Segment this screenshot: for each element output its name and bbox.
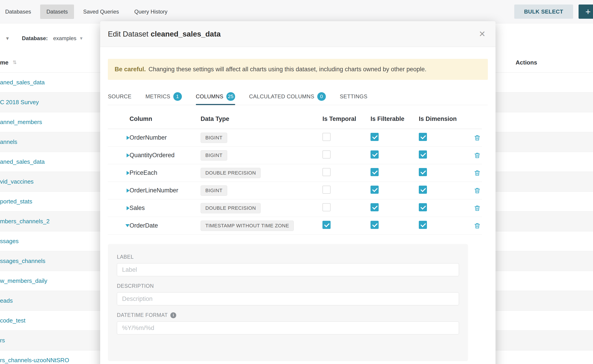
trash-icon [474, 169, 481, 177]
tab-label: COLUMNS [196, 93, 223, 100]
dataset-link[interactable]: w_members_daily [0, 277, 47, 284]
column-row: QuantityOrderedBIGINT [108, 147, 482, 164]
column-name: OrderDate [130, 222, 201, 229]
data-type-pill: BIGINT [201, 185, 227, 196]
delete-column-button[interactable] [473, 151, 481, 159]
trash-icon [474, 152, 481, 159]
dataset-link[interactable]: rs [0, 337, 5, 344]
chevron-down-icon[interactable]: ▾ [6, 35, 9, 41]
expand-caret-icon[interactable] [127, 136, 130, 140]
nav-tab-datasets[interactable]: Datasets [40, 5, 74, 19]
collapse-caret-icon[interactable] [125, 224, 130, 227]
tab-source[interactable]: SOURCE [108, 88, 131, 105]
header-column: Column [130, 116, 201, 123]
column-row: PriceEachDOUBLE PRECISION [108, 164, 482, 182]
is-temporal-checkbox[interactable] [323, 150, 330, 159]
dataset-link[interactable]: annel_members [0, 119, 42, 126]
column-name: OrderLineNumber [130, 187, 201, 194]
column-name: QuantityOrdered [130, 152, 201, 159]
tab-count-badge: 25 [226, 92, 235, 101]
is-filterable-checkbox[interactable] [370, 221, 379, 229]
is-dimension-checkbox[interactable] [419, 221, 427, 229]
expand-caret-icon[interactable] [127, 153, 130, 157]
label-field-label: LABEL [117, 254, 459, 260]
add-button[interactable]: + [579, 5, 593, 19]
dataset-link[interactable]: vid_vaccines [0, 178, 34, 185]
close-icon[interactable]: ✕ [479, 29, 486, 39]
header-is-filterable: Is Filterable [370, 116, 419, 123]
is-filterable-checkbox[interactable] [370, 133, 379, 141]
dataset-link[interactable]: annels [0, 138, 17, 145]
dataset-link[interactable]: aned_sales_data [0, 158, 45, 165]
dataset-link[interactable]: ported_stats [0, 198, 32, 205]
tab-columns[interactable]: COLUMNS25 [196, 88, 235, 105]
dataset-link[interactable]: ssages_channels [0, 258, 45, 265]
modal-title: Edit Datasetcleaned_sales_data [108, 30, 221, 38]
tab-calculated-columns[interactable]: CALCULATED COLUMNS0 [249, 88, 326, 105]
nav-tab-query-history[interactable]: Query History [128, 5, 174, 19]
delete-column-button[interactable] [473, 187, 481, 195]
is-dimension-checkbox[interactable] [419, 203, 427, 211]
column-row: SalesDOUBLE PRECISION [108, 199, 482, 217]
dataset-link[interactable]: eads [0, 297, 13, 304]
nav-tab-saved-queries[interactable]: Saved Queries [77, 5, 125, 19]
description-input[interactable] [117, 292, 459, 305]
is-temporal-checkbox[interactable] [323, 221, 330, 229]
is-filterable-checkbox[interactable] [370, 168, 379, 176]
delete-column-button[interactable] [473, 134, 481, 142]
dataset-link[interactable]: rs_channels-uzooNNtSRO [0, 357, 69, 364]
is-dimension-checkbox[interactable] [419, 168, 427, 176]
modal-header: Edit Datasetcleaned_sales_data ✕ [100, 21, 495, 47]
nav-tab-databases[interactable]: Databases [0, 5, 38, 19]
expand-caret-icon[interactable] [127, 206, 130, 210]
is-filterable-checkbox[interactable] [370, 203, 379, 211]
tab-settings[interactable]: SETTINGS [340, 88, 367, 105]
column-name: PriceEach [130, 169, 201, 176]
expand-caret-icon[interactable] [127, 188, 130, 193]
is-dimension-checkbox[interactable] [419, 150, 427, 159]
database-filter-select[interactable]: examples ▾ [53, 35, 83, 41]
data-type-pill: TIMESTAMP WITHOUT TIME ZONE [201, 221, 294, 231]
description-field: DESCRIPTION [117, 283, 459, 305]
is-temporal-checkbox[interactable] [323, 203, 330, 211]
columns-table-header: Column Data Type Is Temporal Is Filterab… [108, 109, 482, 129]
sort-icon[interactable]: ⇅ [13, 59, 17, 65]
is-temporal-checkbox[interactable] [323, 168, 330, 176]
datetime-format-input[interactable] [117, 321, 459, 334]
dataset-link[interactable]: code_test [0, 317, 26, 324]
description-field-label: DESCRIPTION [117, 283, 459, 289]
tab-metrics[interactable]: METRICS1 [145, 88, 182, 105]
tab-label: CALCULATED COLUMNS [249, 93, 314, 100]
delete-column-button[interactable] [473, 204, 481, 212]
datetime-format-label-text: DATETIME FORMAT [117, 312, 168, 318]
modal-tabs: SOURCEMETRICS1COLUMNS25CALCULATED COLUMN… [108, 88, 488, 105]
is-filterable-checkbox[interactable] [370, 186, 379, 194]
tab-count-badge: 0 [317, 92, 326, 101]
expand-caret-icon[interactable] [127, 171, 130, 175]
delete-column-button[interactable] [473, 169, 481, 177]
name-column-header[interactable]: me [0, 59, 9, 66]
delete-column-button[interactable] [473, 222, 481, 230]
actions-column-header: Actions [516, 59, 537, 66]
dataset-link[interactable]: ssages [0, 238, 19, 245]
info-icon[interactable]: i [170, 312, 176, 318]
top-nav: DatabasesDatasetsSaved QueriesQuery Hist… [0, 0, 593, 23]
data-type-pill: DOUBLE PRECISION [201, 203, 261, 213]
is-dimension-checkbox[interactable] [419, 133, 427, 141]
dataset-link[interactable]: mbers_channels_2 [0, 218, 50, 225]
dataset-link[interactable]: aned_sales_data [0, 79, 45, 86]
modal-title-prefix: Edit Dataset [108, 30, 148, 38]
label-input[interactable] [117, 263, 459, 276]
is-temporal-checkbox[interactable] [323, 133, 330, 141]
is-filterable-checkbox[interactable] [370, 150, 379, 159]
database-filter-label: Database: [22, 35, 48, 41]
is-dimension-checkbox[interactable] [419, 186, 427, 194]
column-row: OrderDateTIMESTAMP WITHOUT TIME ZONE [108, 217, 482, 234]
is-temporal-checkbox[interactable] [323, 186, 330, 194]
dataset-link[interactable]: C 2018 Survey [0, 99, 39, 106]
bulk-select-button[interactable]: BULK SELECT [514, 5, 573, 19]
columns-table: Column Data Type Is Temporal Is Filterab… [108, 109, 482, 234]
tab-count-badge: 1 [173, 92, 182, 101]
tab-label: SETTINGS [340, 93, 367, 100]
trash-icon [474, 134, 481, 141]
